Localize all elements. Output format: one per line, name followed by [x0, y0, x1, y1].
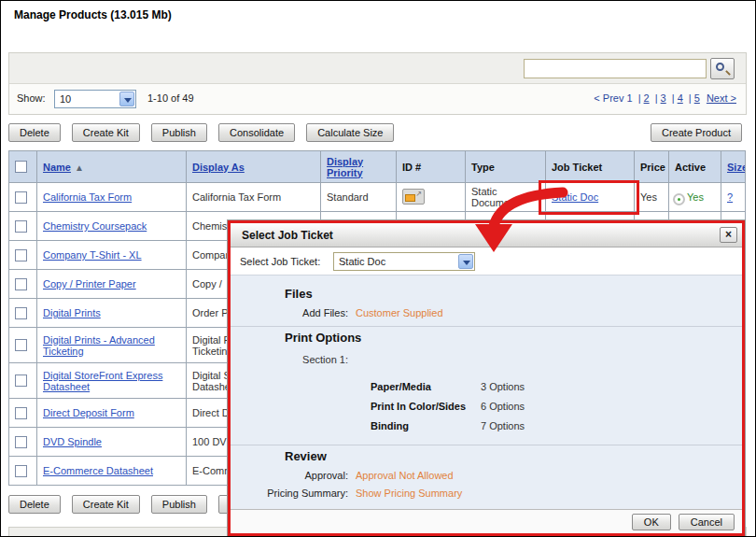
search-input[interactable] — [524, 59, 707, 78]
type-cell: Static Document — [466, 183, 546, 212]
product-name-link[interactable]: E-Commerce Datasheet — [43, 465, 153, 476]
delete-button[interactable]: Delete — [8, 123, 61, 142]
job-ticket-select[interactable]: Static Doc — [333, 252, 475, 271]
dialog-footer: OK Cancel — [231, 509, 742, 533]
sort-ascending-icon: ▲ — [75, 163, 84, 173]
sort-by-size-link[interactable]: Size — [727, 162, 746, 173]
pagination-page-5[interactable]: 5 — [694, 92, 700, 104]
pagination-page-4[interactable]: 4 — [678, 92, 683, 104]
select-job-ticket-dialog: Select Job Ticket × Select Job Ticket: S… — [228, 220, 745, 536]
delete-button[interactable]: Delete — [8, 495, 61, 514]
table-header-row: Name▲ Display As Display Priority ID # T… — [9, 151, 746, 183]
top-action-toolbar: Delete Create Kit Publish Consolidate Ca… — [8, 123, 402, 142]
col-header-name: Name▲ — [37, 151, 187, 183]
option-label: Print In Color/Sides — [371, 401, 481, 412]
pagination-separator: | — [672, 92, 675, 104]
product-name-link[interactable]: Digital StoreFront Express Datasheet — [43, 370, 162, 392]
section-divider — [231, 326, 742, 327]
row-checkbox[interactable] — [15, 436, 27, 448]
print-option-row: Paper/Media 3 Options — [371, 381, 742, 392]
section-divider — [231, 445, 742, 445]
col-header-price: Price — [635, 151, 669, 183]
approval-label: Approval: — [231, 470, 348, 481]
pagination-next[interactable]: Next > — [707, 92, 736, 104]
pagination-page-2[interactable]: 2 — [644, 92, 650, 104]
col-header-size: Size — [721, 151, 746, 183]
chevron-down-icon — [119, 92, 134, 106]
annotation-highlight-box — [539, 180, 639, 215]
product-name-link[interactable]: DVD Spindle — [43, 436, 102, 447]
create-product-button[interactable]: Create Product — [651, 123, 742, 142]
add-files-value: Customer Supplied — [356, 307, 443, 318]
product-name-link[interactable]: Direct Deposit Form — [43, 407, 134, 418]
row-checkbox[interactable] — [15, 307, 27, 319]
approval-row: Approval: Approval Not Allowed — [231, 470, 742, 481]
row-checkbox[interactable] — [15, 339, 27, 351]
list-controls-box: Show: 10 1-10 of 49 < Prev 1 |2 |3 |4 |5… — [8, 52, 747, 115]
publish-button[interactable]: Publish — [151, 123, 207, 142]
search-button[interactable] — [710, 58, 735, 79]
col-header-active: Active — [669, 151, 721, 183]
select-all-checkbox[interactable] — [15, 161, 27, 173]
consolidate-button[interactable]: Consolidate — [218, 123, 295, 142]
print-option-row: Binding 7 Options — [371, 420, 742, 431]
product-name-link[interactable]: Copy / Printer Paper — [43, 278, 136, 290]
row-checkbox[interactable] — [15, 465, 27, 477]
page-title: Manage Products (13.015 Mb) — [14, 8, 172, 21]
range-text: 1-10 of 49 — [147, 92, 194, 104]
row-checkbox[interactable] — [15, 249, 27, 261]
dialog-body: Files Add Files: Customer Supplied Print… — [231, 276, 742, 509]
calculate-size-button[interactable]: Calculate Size — [306, 123, 394, 142]
size-link[interactable]: ? — [727, 191, 733, 203]
add-files-row: Add Files: Customer Supplied — [231, 307, 742, 318]
col-header-id: ID # — [397, 151, 466, 183]
pagination-prev: < Prev 1 — [594, 92, 632, 104]
product-name-link[interactable]: Company T-Shirt - XL — [43, 249, 142, 261]
dialog-title-bar: Select Job Ticket × — [231, 223, 742, 247]
create-kit-button[interactable]: Create Kit — [72, 495, 140, 514]
show-pricing-summary-link[interactable]: Show Pricing Summary — [356, 488, 462, 499]
row-checkbox[interactable] — [15, 220, 27, 233]
document-icon — [405, 194, 415, 202]
display-priority-cell: Standard — [321, 183, 397, 212]
option-label: Paper/Media — [371, 381, 481, 392]
approval-value: Approval Not Allowed — [356, 470, 454, 481]
product-id-popup-icon[interactable]: ↗ — [402, 189, 425, 205]
pagination-page-3[interactable]: 3 — [661, 92, 666, 104]
col-header-display-as: Display As — [187, 151, 321, 183]
close-icon[interactable]: × — [720, 227, 737, 243]
option-value: 7 Options — [481, 420, 525, 431]
cancel-button[interactable]: Cancel — [679, 514, 735, 530]
row-checkbox[interactable] — [15, 374, 27, 387]
col-header-display-priority: Display Priority — [321, 151, 397, 183]
product-name-link[interactable]: Digital Prints — [43, 307, 101, 318]
add-files-label: Add Files: — [231, 307, 348, 318]
print-options-section-heading: Print Options — [285, 331, 742, 345]
review-section-heading: Review — [285, 449, 742, 463]
price-cell: Yes — [635, 183, 669, 212]
sort-by-name-link[interactable]: Name — [43, 162, 71, 173]
chevron-down-icon — [458, 254, 473, 269]
product-name-link[interactable]: California Tax Form — [43, 191, 132, 203]
row-checkbox[interactable] — [15, 407, 27, 419]
show-select[interactable]: 10 — [54, 90, 136, 108]
col-header-type: Type — [466, 151, 546, 183]
row-checkbox[interactable] — [15, 278, 27, 290]
row-checkbox[interactable] — [15, 191, 27, 204]
publish-button[interactable]: Publish — [151, 495, 207, 514]
ok-button[interactable]: OK — [632, 514, 671, 530]
sort-by-display-as-link[interactable]: Display As — [192, 162, 245, 173]
print-option-row: Print In Color/Sides 6 Options — [371, 401, 742, 412]
create-kit-button[interactable]: Create Kit — [72, 123, 140, 142]
product-name-link[interactable]: Digital Prints - Advanced Ticketing — [43, 334, 155, 357]
option-value: 6 Options — [481, 401, 525, 412]
product-name-link[interactable]: Chemistry Coursepack — [43, 220, 147, 232]
pagination: < Prev 1 |2 |3 |4 |5 Next > — [594, 92, 736, 104]
active-status-icon — [675, 195, 683, 204]
pricing-summary-row: Pricing Summary: Show Pricing Summary — [231, 488, 742, 499]
active-cell: Yes — [687, 191, 704, 203]
section-1-row: Section 1: — [231, 354, 742, 365]
manage-products-page: Manage Products (13.015 Mb) Show: 10 1-1… — [0, 0, 756, 537]
sort-by-display-priority-link[interactable]: Display Priority — [327, 156, 363, 178]
option-value: 3 Options — [481, 381, 525, 392]
